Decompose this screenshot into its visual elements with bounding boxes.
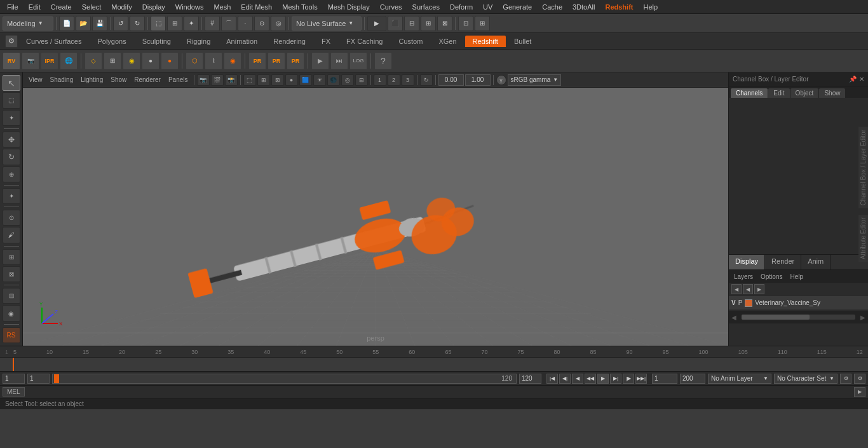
- menu-item-surfaces[interactable]: Surfaces: [408, 2, 444, 12]
- vp-ao-btn[interactable]: ◎: [341, 74, 354, 86]
- tab-rigging[interactable]: Rigging: [179, 36, 218, 47]
- viewport-menu-view[interactable]: View: [25, 75, 46, 85]
- shelf-pipe-icon[interactable]: ⌇: [205, 52, 222, 70]
- multi-transform-btn[interactable]: ✦: [3, 188, 20, 204]
- vp-gamma-icon[interactable]: γ: [496, 75, 506, 85]
- shelf-grid-icon[interactable]: ⊞: [104, 52, 121, 70]
- snap-together-btn[interactable]: ⊠: [3, 266, 20, 282]
- shelf-drop-icon[interactable]: ◉: [123, 52, 140, 70]
- vp-res1-btn[interactable]: 1: [374, 74, 386, 86]
- vp-gamma-dropdown[interactable]: sRGB gamma ▼: [508, 74, 562, 86]
- layer-tab-render[interactable]: Render: [765, 255, 801, 269]
- tab-redshift[interactable]: Redshift: [465, 36, 506, 47]
- menu-item-cache[interactable]: Cache: [538, 2, 567, 12]
- shelf-ipr-icon[interactable]: IPR: [41, 52, 58, 70]
- tab-custom[interactable]: Custom: [391, 36, 431, 47]
- vp-rotate-btn[interactable]: ↻: [420, 74, 433, 86]
- isolate-select-btn[interactable]: ◉: [3, 305, 20, 321]
- menu-item-edit-mesh[interactable]: Edit Mesh: [236, 2, 276, 12]
- menu-item-windows[interactable]: Windows: [171, 2, 208, 12]
- cb-close-btn[interactable]: ✕: [859, 76, 864, 83]
- shelf-circle-icon[interactable]: ◉: [224, 52, 241, 70]
- paint-mode-btn[interactable]: ✦: [184, 16, 199, 31]
- play-back-btn[interactable]: ◀◀: [585, 374, 596, 384]
- vp-grid-btn[interactable]: ⊟: [355, 74, 368, 86]
- render-btn-4[interactable]: ⊞: [421, 16, 436, 31]
- tab-bullet[interactable]: Bullet: [506, 36, 539, 47]
- undo-btn[interactable]: ↺: [113, 16, 128, 31]
- shelf-sphere1-icon[interactable]: ●: [142, 52, 159, 70]
- shelf-playback2-icon[interactable]: ⏭: [330, 52, 348, 70]
- shelf-rv-icon[interactable]: RV: [3, 52, 20, 70]
- viewport-icon-1[interactable]: ⊡: [458, 16, 473, 31]
- select-tool-btn[interactable]: ↖: [3, 75, 20, 91]
- snap-curve-btn[interactable]: ⌒: [221, 16, 236, 31]
- frame-start-btn[interactable]: |◀: [546, 374, 558, 384]
- snap-surface-btn[interactable]: ⊙: [254, 16, 269, 31]
- frame-slider[interactable]: 120: [52, 374, 517, 384]
- viewport-menu-panels[interactable]: Panels: [165, 75, 191, 85]
- live-surface-dropdown[interactable]: No Live Surface ▼: [292, 17, 362, 31]
- vp-wireframe-btn[interactable]: ⊠: [271, 74, 284, 86]
- tab-xgen[interactable]: XGen: [431, 36, 464, 47]
- tab-animation[interactable]: Animation: [219, 36, 265, 47]
- cb-tab-show[interactable]: Show: [819, 88, 845, 98]
- menu-item-mesh-tools[interactable]: Mesh Tools: [278, 2, 322, 12]
- snap-live-btn[interactable]: ◎: [271, 16, 286, 31]
- viewport-menu-renderer[interactable]: Renderer: [131, 75, 164, 85]
- new-file-btn[interactable]: 📄: [59, 16, 74, 31]
- vp-display-btn[interactable]: ⊞: [257, 74, 270, 86]
- playback-frame-field[interactable]: 1: [652, 374, 677, 384]
- layers-menu[interactable]: Layers: [731, 273, 756, 281]
- shelf-pr3-icon[interactable]: PR: [287, 52, 304, 70]
- frame-current-field[interactable]: 1: [27, 374, 50, 384]
- menu-item-generate[interactable]: Generate: [498, 2, 536, 12]
- redshift-btn[interactable]: RS: [3, 327, 20, 343]
- menu-item-curves[interactable]: Curves: [376, 2, 407, 12]
- help-menu[interactable]: Help: [787, 273, 806, 281]
- move-tool-btn[interactable]: ✥: [3, 132, 20, 147]
- layer-scrollbar[interactable]: ◀ ▶: [729, 311, 868, 323]
- soft-select-btn[interactable]: ⊙: [3, 210, 20, 226]
- viewport-menu-show[interactable]: Show: [107, 75, 130, 85]
- render-btn-5[interactable]: ⊠: [437, 16, 452, 31]
- lasso-mode-btn[interactable]: ⊞: [167, 16, 182, 31]
- play-fwd-btn[interactable]: ▶: [597, 374, 609, 384]
- tab-rendering[interactable]: Rendering: [266, 36, 313, 47]
- next-key-btn[interactable]: |▶: [623, 374, 634, 384]
- render-btn-3[interactable]: ⊟: [404, 16, 419, 31]
- frame-start-field[interactable]: 1: [3, 374, 25, 384]
- save-file-btn[interactable]: 💾: [92, 16, 107, 31]
- shelf-cam-icon[interactable]: 📷: [22, 52, 39, 70]
- shelf-pr1-icon[interactable]: PR: [248, 52, 266, 70]
- shelf-log-icon[interactable]: LOG: [349, 52, 367, 70]
- shelf-pr2-icon[interactable]: PR: [268, 52, 285, 70]
- cb-tab-edit[interactable]: Edit: [768, 88, 789, 98]
- render-btn-2[interactable]: ⬛: [388, 16, 403, 31]
- shelf-playback1-icon[interactable]: ▶: [311, 52, 329, 70]
- channel-box-vertical-label[interactable]: Channel Box / Layer Editor: [858, 127, 868, 208]
- step-back-btn[interactable]: ◀: [572, 374, 583, 384]
- anim-settings-btn[interactable]: ⚙: [840, 374, 851, 384]
- tab-fx[interactable]: FX: [314, 36, 338, 47]
- menu-item-deform[interactable]: Deform: [445, 2, 477, 12]
- layer-row[interactable]: V P Veterinary_Vaccine_Sy: [729, 295, 868, 309]
- prev-key-btn[interactable]: ◀|: [559, 374, 571, 384]
- vp-res2-btn[interactable]: 2: [388, 74, 400, 86]
- menu-item-display[interactable]: Display: [138, 2, 170, 12]
- settings-icon[interactable]: ⚙: [5, 35, 18, 48]
- menu-item-create[interactable]: Create: [46, 2, 76, 12]
- menu-item-edit[interactable]: Edit: [24, 2, 45, 12]
- select-mode-btn[interactable]: ⬚: [151, 16, 166, 31]
- tab-curves-surfaces[interactable]: Curves / Surfaces: [18, 36, 89, 47]
- menu-item-uv[interactable]: UV: [478, 2, 497, 12]
- menu-item-redshift[interactable]: Redshift: [600, 2, 637, 12]
- menu-item-mesh[interactable]: Mesh: [209, 2, 235, 12]
- paint-weights-btn[interactable]: 🖌: [3, 227, 20, 243]
- attribute-editor-vertical-label[interactable]: Attribute Editor: [858, 215, 868, 262]
- mel-python-toggle[interactable]: MEL: [3, 387, 25, 397]
- step-fwd-btn[interactable]: ▶|: [610, 374, 621, 384]
- options-menu[interactable]: Options: [758, 273, 785, 281]
- shelf-scene-icon[interactable]: 🌐: [60, 52, 78, 70]
- viewport-icon-2[interactable]: ⊞: [475, 16, 490, 31]
